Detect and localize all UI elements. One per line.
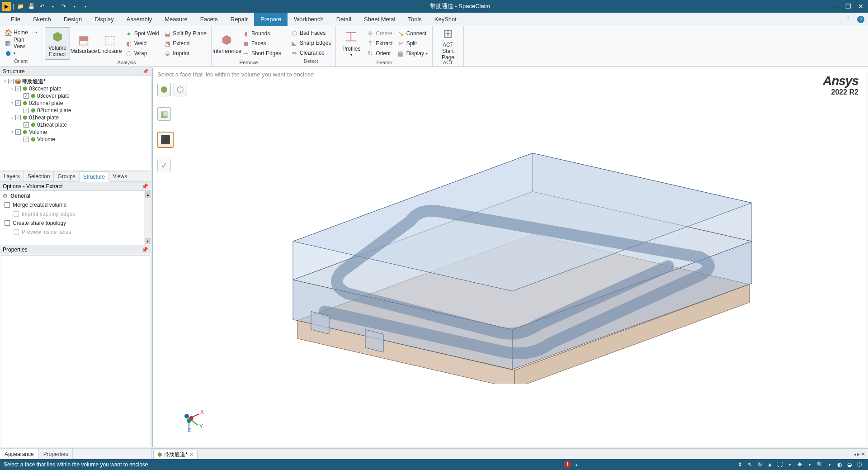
menu-detail[interactable]: Detail <box>330 13 358 26</box>
viewport[interactable]: Select a face that lies within the volum… <box>152 68 867 447</box>
structure-tree[interactable]: ▿✓📦 带肋通道* ▿✓⬢03cover plate ✓⬣03cover pla… <box>0 76 151 171</box>
save-icon[interactable]: 💾 <box>27 2 36 11</box>
properties-pin-icon[interactable]: 📌 <box>142 247 148 253</box>
orient-beam-button[interactable]: ↻Orient <box>365 48 394 58</box>
help-icon[interactable]: ? <box>857 16 864 23</box>
redo-icon[interactable]: ↷ <box>59 2 68 11</box>
vp-tool-active[interactable]: ⬛ <box>157 132 174 148</box>
sb-edge-icon[interactable]: ⬡ <box>855 461 864 469</box>
undo-dropdown-icon[interactable]: ▾ <box>48 2 57 11</box>
error-indicator-icon[interactable]: ! <box>564 461 571 468</box>
sb-nav-up-icon[interactable]: ⇕ <box>736 461 745 469</box>
create-button[interactable]: ✚Create <box>365 28 394 38</box>
sb-wire-icon[interactable]: ◒ <box>845 461 854 469</box>
options-scrollbar[interactable]: ▴ ▾ <box>144 191 151 245</box>
sb-dropdown1-icon[interactable]: ▾ <box>785 461 794 469</box>
tab-close-all[interactable]: ✕ <box>861 451 865 457</box>
split-button[interactable]: ✂Split <box>396 38 429 48</box>
connect-button[interactable]: ↘Connect <box>396 28 429 38</box>
interference-button[interactable]: ⬢ Interference <box>214 27 240 60</box>
open-icon[interactable]: 📁 <box>16 2 25 11</box>
menu-file[interactable]: File <box>5 13 27 26</box>
midsurface-button[interactable]: ⬒ Midsurface <box>71 27 96 60</box>
spotweld-button[interactable]: ●Spot Weld <box>123 28 161 38</box>
tab-close-icon[interactable]: ✕ <box>189 452 193 458</box>
app-icon[interactable]: ▶ <box>2 2 11 11</box>
imprint-button[interactable]: ⬙Imprint <box>162 48 208 58</box>
wrap-button[interactable]: ⬡Wrap <box>123 48 161 58</box>
rounds-button[interactable]: ◖Rounds <box>241 28 283 38</box>
shortedges-button[interactable]: ─Short Edges <box>241 48 283 58</box>
vp-tool-3[interactable]: ▦ <box>157 107 171 121</box>
sb-dropdown2-icon[interactable]: ▾ <box>805 461 814 469</box>
tree-node[interactable]: ▿✓⬢01heat plate <box>1 114 150 121</box>
close-button[interactable]: ✕ <box>855 2 866 11</box>
tree-node[interactable]: ✓⬣03cover plate <box>1 92 150 100</box>
sb-dropdown3-icon[interactable]: ▾ <box>825 461 834 469</box>
tab-layers[interactable]: Layers <box>0 171 24 181</box>
home-button[interactable]: 🏠Home▾ <box>3 28 39 38</box>
tab-appearance[interactable]: Appearance <box>0 449 39 459</box>
menu-sketch[interactable]: Sketch <box>27 13 57 26</box>
options-section-general[interactable]: ⚙ General <box>3 193 148 199</box>
tree-root[interactable]: ▿✓📦 带肋通道* <box>1 78 150 85</box>
menu-measure[interactable]: Measure <box>158 13 194 26</box>
option-share-topology[interactable]: Create share topology <box>3 220 148 226</box>
tree-node[interactable]: ▿✓⬢03cover plate <box>1 85 150 92</box>
menu-keyshot[interactable]: KeyShot <box>428 13 463 26</box>
maximize-button[interactable]: ❐ <box>843 2 854 11</box>
menu-facets[interactable]: Facets <box>194 13 224 26</box>
document-tab[interactable]: ⬢ 带肋通道* ✕ <box>153 450 198 459</box>
sb-fit-icon[interactable]: ⛶ <box>775 461 784 469</box>
tree-node[interactable]: ✓⬣01heat plate <box>1 121 150 128</box>
sb-shade-icon[interactable]: ◐ <box>835 461 844 469</box>
menu-assembly[interactable]: Assembly <box>120 13 158 26</box>
menu-workbench[interactable]: Workbench <box>288 13 330 26</box>
extend-button[interactable]: ⬔Extend <box>162 38 208 48</box>
extract-button[interactable]: ⤒Extract <box>365 38 394 48</box>
faces-button[interactable]: ◼Faces <box>241 38 283 48</box>
sb-cursor-icon[interactable]: ↖ <box>745 461 755 469</box>
vp-tool-2[interactable]: ⬡ <box>174 83 187 96</box>
act-start-button[interactable]: ⊞ ACT Start Page <box>435 27 461 60</box>
tree-node[interactable]: ✓⬣02tunnel plate <box>1 107 150 114</box>
menu-sheetmetal[interactable]: Sheet Metal <box>358 13 401 26</box>
sb-move-icon[interactable]: ✥ <box>795 461 804 469</box>
menu-prepare[interactable]: Prepare <box>254 13 288 26</box>
option-merge-volume[interactable]: Merge created volume <box>3 202 148 208</box>
options-pin-icon[interactable]: 📌 <box>142 183 148 190</box>
splitbyplane-button[interactable]: ⬓Split By Plane <box>162 28 208 38</box>
tab-views[interactable]: Views <box>109 171 131 181</box>
menu-repair[interactable]: Repair <box>224 13 254 26</box>
enclosure-button[interactable]: ⬚ Enclosure <box>97 27 123 60</box>
clearance-button[interactable]: ⇔Clearance <box>289 48 333 58</box>
sb-rotate-icon[interactable]: ↻ <box>755 461 764 469</box>
orient-cube-button[interactable]: ⬢▾ <box>3 48 39 58</box>
display-beam-button[interactable]: ▤Display ▾ <box>396 48 429 58</box>
tree-node[interactable]: ✓⬣Volume <box>1 136 150 143</box>
planview-button[interactable]: ▦Plan View <box>3 38 39 48</box>
menu-display[interactable]: Display <box>88 13 120 26</box>
pin-icon[interactable]: 📌 <box>143 69 148 74</box>
tab-properties[interactable]: Properties <box>39 449 73 459</box>
status-dropdown-icon[interactable]: ▴ <box>572 461 581 469</box>
sb-zoom-icon[interactable]: 🔍 <box>815 461 824 469</box>
profiles-button[interactable]: 工 Profiles ▾ <box>339 27 364 60</box>
ribbon-collapse-icon[interactable]: ˄ <box>843 13 854 26</box>
vp-tool-1[interactable]: ⬢ <box>157 83 171 96</box>
tree-node[interactable]: ▿✓⬢02tunnel plate <box>1 100 150 107</box>
sharpedges-button[interactable]: ◣Sharp Edges <box>289 38 333 48</box>
menu-tools[interactable]: Tools <box>401 13 428 26</box>
redo-dropdown-icon[interactable]: ▾ <box>70 2 79 11</box>
badfaces-button[interactable]: ⬡Bad Faces <box>289 28 333 38</box>
menu-design[interactable]: Design <box>57 13 88 26</box>
tab-selection[interactable]: Selection <box>24 171 54 181</box>
vp-tool-confirm[interactable]: ✓ <box>157 159 171 172</box>
sb-select-icon[interactable]: ▲ <box>765 461 774 469</box>
qat-customize-icon[interactable]: ▾ <box>81 2 90 11</box>
minimize-button[interactable]: — <box>830 2 841 11</box>
undo-icon[interactable]: ↶ <box>38 2 47 11</box>
tab-structure[interactable]: Structure <box>80 171 109 182</box>
tree-node[interactable]: ▿✓⬢Volume <box>1 128 150 136</box>
volume-extract-button[interactable]: ⬢ Volume Extract <box>45 27 70 60</box>
